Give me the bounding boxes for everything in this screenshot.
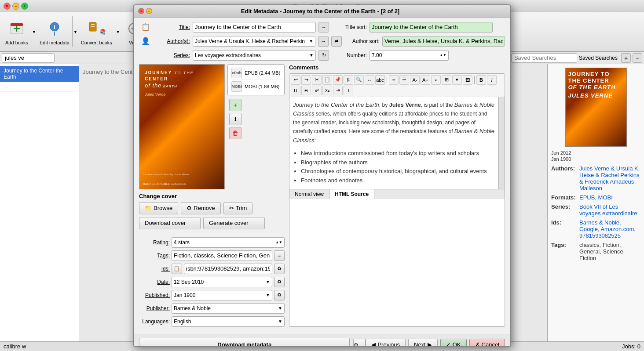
download-metadata-btn[interactable]: Download metadata [139, 338, 350, 347]
tags-btn[interactable]: ≡ [274, 250, 285, 261]
add-saved-search-button[interactable]: + [621, 53, 631, 63]
ids-copy-btn[interactable]: 📋 [172, 264, 182, 274]
convert-books-dropdown[interactable]: ▼ [115, 16, 121, 47]
comments-content[interactable]: Journey to the Center of the Earth, by J… [289, 97, 498, 189]
spell-btn[interactable]: abc [375, 75, 385, 85]
browse-cover-btn[interactable]: 📁 Browse [139, 202, 178, 214]
detail-series-value[interactable]: Book VII of Les voyages extraordinaire: [579, 203, 640, 217]
date-input[interactable]: 12 Sep 2010 ▼ [172, 277, 272, 287]
html-source-tab[interactable]: HTML Source [329, 189, 374, 199]
info-format-btn[interactable]: ℹ [229, 113, 242, 125]
series-refresh-btn[interactable]: ↻ [318, 50, 329, 61]
author-icon: 👤 [141, 37, 150, 45]
ids-input[interactable] [184, 264, 272, 274]
generate-cover-btn[interactable]: Generate cover [203, 217, 265, 229]
comments-heading: Comments [289, 64, 505, 71]
normal-view-tab[interactable]: Normal view [289, 189, 329, 199]
tags-input[interactable] [172, 250, 272, 261]
replace-btn[interactable]: ↔ [365, 75, 374, 85]
publisher-input[interactable]: Barnes & Noble ▼ [172, 303, 285, 314]
author-sort-input[interactable] [382, 36, 505, 47]
delete-format-btn[interactable]: 🗑 [229, 127, 242, 139]
maximize-btn[interactable]: + [21, 3, 28, 10]
italic-btn[interactable]: I [487, 75, 497, 85]
ok-label: OK [453, 341, 461, 347]
font-size-inc-btn[interactable]: A+ [421, 75, 430, 85]
paste-special-btn[interactable]: ⎘ [344, 75, 353, 85]
mobi-label[interactable]: MOBI (1.88 MB) [245, 84, 279, 89]
cancel-btn[interactable]: ✗ Cancel [469, 339, 505, 347]
detail-cover: JOURNEY to the CENTER of the EARTH Jules… [565, 68, 627, 147]
published-input[interactable]: Jan 1900 ▼ [172, 290, 272, 300]
detail-formats-value[interactable]: EPUB, MOBI [579, 194, 640, 201]
list-btn[interactable]: • [431, 75, 441, 85]
series-input[interactable]: Les voyages extraordinaires ▼ [193, 50, 316, 61]
super-btn[interactable]: x² [312, 86, 322, 95]
previous-btn[interactable]: ◀ Previous [366, 339, 406, 347]
book-list-item-2[interactable]: ... [0, 82, 79, 92]
image-btn[interactable]: 🖼 [463, 75, 472, 85]
detail-formats-row: Formats: EPUB, MOBI [551, 194, 640, 201]
ids-row: Ids: 📋 ♻ [139, 264, 285, 274]
saved-searches-input[interactable] [511, 53, 577, 63]
sub-btn[interactable]: x₂ [322, 86, 332, 95]
bold-btn[interactable]: B [476, 75, 486, 85]
search-input[interactable] [2, 53, 55, 63]
languages-row: Languages: English ▼ [139, 316, 285, 327]
trim-cover-btn[interactable]: ✂ Trim [223, 202, 253, 214]
remove-saved-search-button[interactable]: − [633, 53, 642, 63]
author-input[interactable]: Jules Verne & Ursula K. Heise & Rachel P… [193, 36, 315, 47]
download-metadata-settings-btn[interactable]: ⚙ [353, 339, 366, 347]
align-left-btn[interactable]: ≡ [389, 75, 399, 85]
indent-btn[interactable]: ⇥ [333, 86, 343, 95]
detail-authors-value[interactable]: Jules Verne & Ursula K. Heise & Rachel P… [579, 165, 640, 192]
published-refresh-btn[interactable]: ♻ [274, 290, 285, 300]
comments-scrollbar[interactable] [498, 97, 505, 189]
minimize-btn[interactable]: − [12, 3, 19, 10]
author-arrow-btn[interactable]: → [318, 36, 329, 47]
author-swap-btn[interactable]: ⇄ [331, 36, 342, 47]
add-books-button[interactable]: Add books [4, 16, 30, 47]
edit-metadata-button[interactable]: i Edit metadata [38, 16, 71, 47]
date-refresh-btn[interactable]: ♻ [274, 277, 285, 287]
cut-btn[interactable]: ✂ [312, 75, 322, 85]
add-books-dropdown[interactable]: ▼ [31, 16, 37, 47]
generate-cover-label: Generate cover [209, 220, 249, 226]
redo-btn[interactable]: ↪ [301, 75, 311, 85]
underline-btn[interactable]: U [291, 86, 300, 95]
align-center-btn[interactable]: ☰ [399, 75, 409, 85]
languages-input[interactable]: English ▼ [172, 316, 285, 327]
title-arrow-btn[interactable]: → [318, 22, 329, 33]
dialog-close-btn[interactable]: × [138, 8, 144, 14]
find-btn[interactable]: 🔍 [354, 75, 364, 85]
number-input[interactable]: 7.00 ▲▼ [370, 50, 449, 61]
edit-metadata-group: i Edit metadata ▼ [38, 16, 78, 47]
undo-btn[interactable]: ↩ [291, 75, 300, 85]
remove-cover-btn[interactable]: ♻ Remove [181, 202, 220, 214]
edit-metadata-dropdown[interactable]: ▼ [72, 16, 78, 47]
title-sort-input[interactable] [370, 22, 493, 33]
add-format-btn[interactable]: + [229, 99, 242, 111]
epub-label[interactable]: EPUB (2.44 MB) [245, 70, 280, 76]
table-btn[interactable]: ⊞ [442, 75, 451, 85]
paste-btn[interactable]: 📌 [333, 75, 343, 85]
strikethrough-btn[interactable]: S [301, 86, 311, 95]
book-list-item-1[interactable]: Journey to the Center the Earth [0, 66, 79, 82]
title-input[interactable] [193, 22, 316, 33]
ok-btn[interactable]: ✓ OK [440, 339, 467, 347]
color-btn[interactable]: T [344, 86, 353, 95]
font-size-dec-btn[interactable]: A- [410, 75, 420, 85]
next-btn[interactable]: Next ▶ [408, 339, 438, 347]
convert-books-button[interactable]: 📚 Convert books [79, 16, 114, 47]
download-cover-btn[interactable]: Download cover [139, 217, 201, 229]
cover-format-section: JOURNEY to the CENTER of the EARTH Jules… [139, 64, 285, 189]
ids-refresh-btn[interactable]: ♻ [274, 264, 285, 274]
cancel-label: Cancel [482, 341, 499, 347]
detail-ids-value[interactable]: Barnes & Noble, Google, Amazon.com, 9781… [579, 219, 640, 239]
close-btn[interactable]: × [4, 3, 11, 10]
prev-icon: ◀ [371, 341, 376, 347]
copy-btn[interactable]: 📋 [322, 75, 332, 85]
dialog-min-btn[interactable]: − [146, 8, 152, 14]
table-insert-btn[interactable]: ▾ [452, 75, 462, 85]
rating-input[interactable]: 4 stars ▲▼ [172, 237, 285, 248]
